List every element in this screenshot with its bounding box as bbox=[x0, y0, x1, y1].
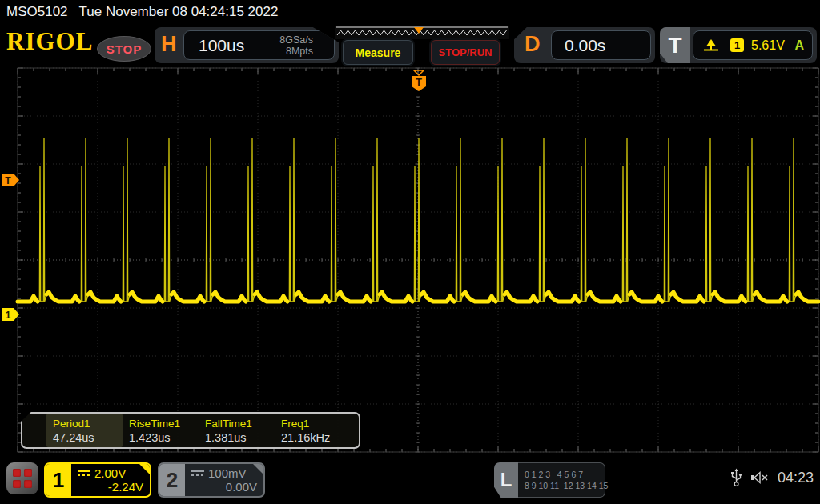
corner-fold-icon bbox=[139, 464, 150, 474]
top-status-bar: MSO5102 Tue November 08 04:24:15 2022 bbox=[0, 0, 820, 24]
delay-panel[interactable]: D 0.00s bbox=[514, 27, 655, 63]
channel2-offset: 0.00V bbox=[191, 480, 257, 494]
clock-text: 04:23 bbox=[778, 470, 814, 486]
measure-button[interactable]: Measure bbox=[343, 40, 413, 65]
speaker-muted-icon[interactable] bbox=[750, 470, 770, 485]
logic-channels-row1: 0 1 2 3 4 5 6 7 bbox=[525, 469, 605, 480]
bottom-bar: 1 2.00V -2.24V 2 100mV 0.00V L 0 1 2 3 4… bbox=[0, 460, 820, 504]
delay-box[interactable]: 0.00s bbox=[551, 30, 651, 60]
horizontal-label: H bbox=[161, 32, 177, 57]
dc-coupling-icon bbox=[78, 470, 90, 476]
trigger-level-value: 5.61V bbox=[751, 38, 794, 53]
delay-label: D bbox=[525, 32, 541, 57]
channel2-number: 2 bbox=[159, 464, 185, 496]
logic-label: L bbox=[494, 462, 518, 498]
trigger-source-badge: 1 bbox=[730, 38, 744, 52]
waveform-overview-zigzag bbox=[335, 26, 509, 39]
trigger-edge-icon bbox=[703, 38, 721, 53]
horizontal-panel[interactable]: H 100us 8GSa/s 8Mpts bbox=[155, 27, 339, 63]
model-name: MSO5102 bbox=[6, 4, 68, 20]
channel1-offset: -2.24V bbox=[78, 480, 143, 494]
waveform-display[interactable]: TT1 bbox=[0, 66, 820, 460]
sample-rate: 8GSa/s bbox=[279, 34, 313, 46]
trigger-mode: A bbox=[794, 38, 804, 53]
measurement-freq[interactable]: Freq1 21.16kHz bbox=[275, 414, 351, 447]
trigger-panel[interactable]: T 1 5.61V A bbox=[660, 27, 817, 63]
display-layout-button[interactable] bbox=[6, 462, 38, 494]
timebase-value: 100us bbox=[199, 36, 279, 55]
rigol-logo: RIGOL bbox=[6, 27, 93, 56]
svg-text:1: 1 bbox=[6, 310, 11, 321]
channel1-waveform bbox=[18, 138, 818, 302]
trigger-position-arrow-icon bbox=[414, 70, 424, 75]
measurement-panel[interactable]: Period1 47.24us RiseTime1 1.423us FallTi… bbox=[21, 412, 360, 449]
horizontal-position-strip[interactable] bbox=[335, 26, 509, 39]
timebase-box[interactable]: 100us 8GSa/s 8Mpts bbox=[183, 30, 335, 60]
measurement-falltime[interactable]: FallTime1 1.381us bbox=[199, 414, 275, 447]
svg-text:T: T bbox=[5, 175, 11, 186]
channel2-scale: 100mV bbox=[208, 466, 247, 480]
channel1-status[interactable]: 1 2.00V -2.24V bbox=[44, 462, 151, 498]
logic-channels-row2: 8 9 10 11 12 13 14 15 bbox=[525, 480, 605, 491]
channel1-number: 1 bbox=[46, 464, 71, 496]
logic-analyzer-status[interactable]: L 0 1 2 3 4 5 6 7 8 9 10 11 12 13 14 15 bbox=[494, 462, 605, 498]
channel1-scale: 2.00V bbox=[94, 466, 126, 480]
header-bar: RIGOL STOP H 100us 8GSa/s 8Mpts Measure … bbox=[0, 24, 820, 66]
delay-value: 0.00s bbox=[565, 36, 605, 55]
oscilloscope-screen: { "top_bar": { "model": "MSO5102", "date… bbox=[0, 0, 820, 504]
channel2-status[interactable]: 2 100mV 0.00V bbox=[158, 462, 265, 498]
grid-icon bbox=[13, 469, 32, 488]
measurement-risetime[interactable]: RiseTime1 1.423us bbox=[123, 414, 199, 447]
trigger-label: T bbox=[660, 27, 690, 63]
stop-run-button[interactable]: STOP/RUN bbox=[431, 40, 500, 65]
measurement-period[interactable]: Period1 47.24us bbox=[46, 414, 123, 447]
usb-icon bbox=[730, 468, 742, 487]
dc-coupling-icon bbox=[191, 470, 204, 476]
trigger-box[interactable]: 1 5.61V A bbox=[693, 30, 813, 60]
corner-fold-icon bbox=[253, 464, 263, 474]
svg-text:T: T bbox=[416, 76, 422, 88]
memory-depth: 8Mpts bbox=[286, 46, 313, 57]
run-state-badge[interactable]: STOP bbox=[97, 36, 151, 62]
datetime-text: Tue November 08 04:24:15 2022 bbox=[79, 4, 279, 20]
